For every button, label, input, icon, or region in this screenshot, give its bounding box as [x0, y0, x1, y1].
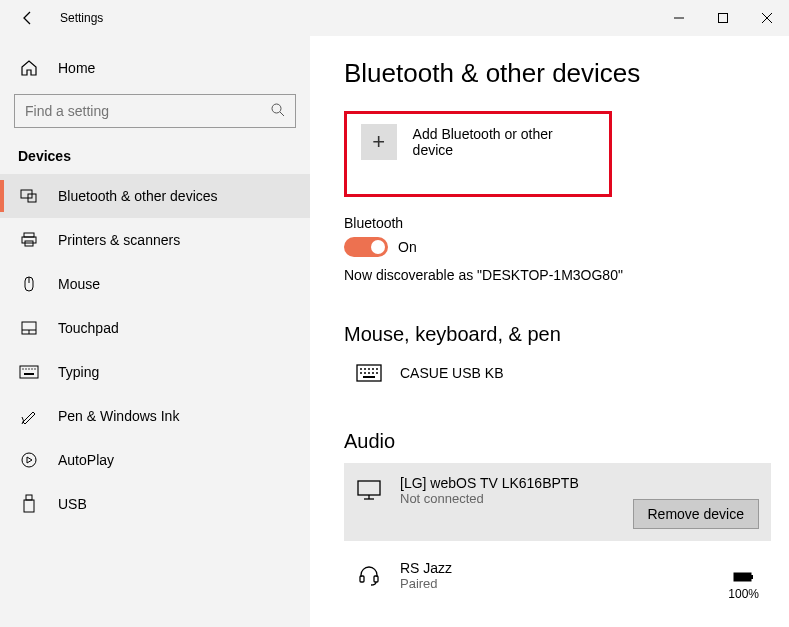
battery-percent: 100%: [728, 587, 759, 601]
section-label: Devices: [0, 142, 310, 174]
device-status: Not connected: [400, 491, 615, 506]
maximize-button[interactable]: [701, 0, 745, 36]
content-area: Bluetooth & other devices + Add Bluetoot…: [310, 36, 789, 627]
search-input[interactable]: [14, 94, 296, 128]
bluetooth-label: Bluetooth: [344, 215, 771, 231]
svg-rect-20: [24, 373, 34, 375]
autoplay-icon: [18, 451, 40, 469]
svg-rect-39: [360, 576, 364, 582]
battery-icon: [733, 571, 755, 583]
bluetooth-state: On: [398, 239, 417, 255]
svg-rect-41: [734, 573, 751, 581]
svg-point-16: [25, 368, 26, 369]
home-nav[interactable]: Home: [0, 46, 310, 90]
printer-icon: [18, 231, 40, 249]
add-device-label: Add Bluetooth or other device: [413, 124, 595, 158]
svg-point-33: [372, 372, 374, 374]
pen-icon: [18, 407, 40, 425]
home-label: Home: [58, 60, 95, 76]
search-container: [14, 94, 296, 128]
home-icon: [18, 59, 40, 77]
headset-device-row[interactable]: RS Jazz Paired 100%: [344, 541, 771, 609]
nav-item-label: Pen & Windows Ink: [58, 408, 179, 424]
keyboard-icon: [18, 365, 40, 379]
svg-rect-7: [22, 237, 36, 243]
svg-rect-14: [20, 366, 38, 378]
nav-item-label: Bluetooth & other devices: [58, 188, 218, 204]
devices-icon: [18, 187, 40, 205]
nav-autoplay[interactable]: AutoPlay: [0, 438, 310, 482]
nav-item-label: Typing: [58, 364, 99, 380]
nav-item-label: USB: [58, 496, 87, 512]
svg-rect-40: [374, 576, 378, 582]
svg-point-32: [368, 372, 370, 374]
svg-line-3: [280, 112, 284, 116]
search-icon: [270, 102, 286, 118]
svg-point-19: [34, 368, 35, 369]
svg-point-31: [364, 372, 366, 374]
svg-point-28: [372, 368, 374, 370]
svg-rect-23: [24, 500, 34, 512]
svg-point-30: [360, 372, 362, 374]
remove-device-button[interactable]: Remove device: [633, 499, 760, 529]
nav-item-label: Touchpad: [58, 320, 119, 336]
back-button[interactable]: [18, 10, 38, 26]
keyboard-device-row[interactable]: CASUE USB KB: [344, 356, 771, 390]
touchpad-icon: [18, 319, 40, 337]
nav-item-label: Mouse: [58, 276, 100, 292]
svg-rect-22: [26, 495, 32, 500]
tv-device-row[interactable]: [LG] webOS TV LK616BPTB Not connected Re…: [344, 463, 771, 541]
plus-icon: +: [361, 124, 397, 160]
keyboard-icon: [356, 364, 382, 382]
svg-point-18: [31, 368, 32, 369]
svg-point-34: [376, 372, 378, 374]
usb-icon: [18, 494, 40, 514]
nav-mouse[interactable]: Mouse: [0, 262, 310, 306]
device-name: CASUE USB KB: [400, 365, 503, 381]
svg-point-17: [28, 368, 29, 369]
svg-point-26: [364, 368, 366, 370]
svg-point-2: [272, 104, 281, 113]
svg-point-21: [22, 453, 36, 467]
svg-rect-36: [358, 481, 380, 495]
svg-rect-1: [719, 14, 728, 23]
nav-typing[interactable]: Typing: [0, 350, 310, 394]
nav-item-label: Printers & scanners: [58, 232, 180, 248]
nav-item-label: AutoPlay: [58, 452, 114, 468]
svg-point-25: [360, 368, 362, 370]
nav-printers[interactable]: Printers & scanners: [0, 218, 310, 262]
monitor-icon: [356, 479, 382, 501]
nav-usb[interactable]: USB: [0, 482, 310, 526]
page-title: Bluetooth & other devices: [344, 58, 771, 89]
mouse-heading: Mouse, keyboard, & pen: [344, 323, 771, 346]
close-button[interactable]: [745, 0, 789, 36]
headset-icon: [356, 563, 382, 587]
minimize-button[interactable]: [657, 0, 701, 36]
svg-point-27: [368, 368, 370, 370]
svg-point-15: [22, 368, 23, 369]
nav-bluetooth[interactable]: Bluetooth & other devices: [0, 174, 310, 218]
bluetooth-toggle[interactable]: [344, 237, 388, 257]
mouse-icon: [18, 275, 40, 293]
discoverable-text: Now discoverable as "DESKTOP-1M3OG80": [344, 267, 771, 283]
svg-rect-35: [363, 376, 375, 378]
svg-point-29: [376, 368, 378, 370]
device-status: Paired: [400, 576, 710, 591]
add-device-button[interactable]: + Add Bluetooth or other device: [344, 111, 612, 197]
device-name: [LG] webOS TV LK616BPTB: [400, 475, 615, 491]
nav-pen[interactable]: Pen & Windows Ink: [0, 394, 310, 438]
sidebar: Home Devices Bluetooth & other devices: [0, 36, 310, 627]
device-name: RS Jazz: [400, 560, 710, 576]
audio-heading: Audio: [344, 430, 771, 453]
svg-rect-42: [751, 575, 753, 579]
battery-indicator: 100%: [728, 571, 759, 601]
svg-rect-6: [24, 233, 34, 237]
nav-touchpad[interactable]: Touchpad: [0, 306, 310, 350]
window-title: Settings: [60, 11, 103, 25]
